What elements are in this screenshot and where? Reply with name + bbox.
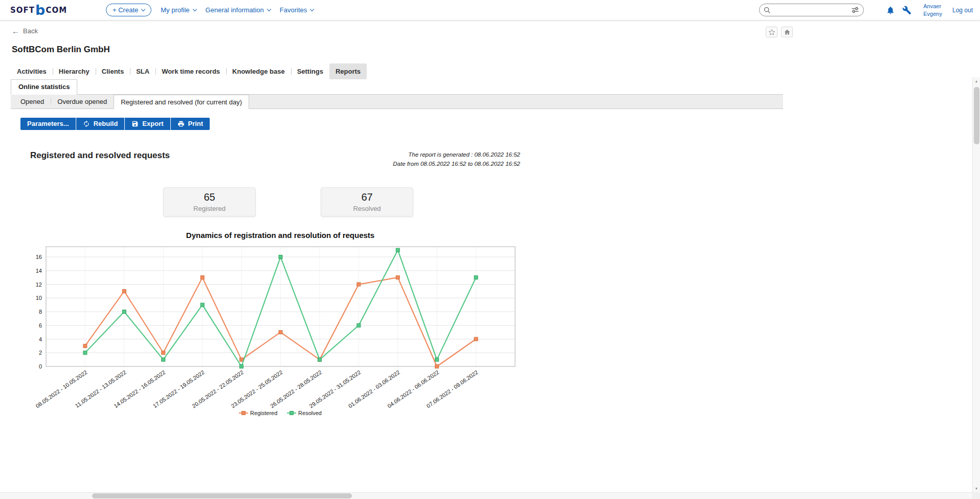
svg-text:Registered: Registered [250,410,277,416]
menu-general-information-label: General information [206,6,264,14]
report-content-box: Opened Overdue opened Registered and res… [11,94,783,440]
admin-tools-button[interactable] [902,6,911,15]
registered-card: 65 Registered [163,187,256,216]
chevron-down-icon [310,7,314,11]
search-input[interactable] [773,6,848,14]
top-menu: + Create My profile General information … [106,4,314,16]
star-icon [768,29,775,36]
tab-online-statistics[interactable]: Online statistics [11,79,77,95]
menu-favorites-label: Favorites [280,6,307,14]
search-box [759,4,864,16]
print-button[interactable]: Print [171,118,210,130]
report-tab-registered-resolved[interactable]: Registered and resolved (for current day… [114,95,249,109]
report-area: Parameters... Rebuild Export Print [11,109,783,440]
registered-count: 65 [164,191,255,203]
report-toolbar: Parameters... Rebuild Export Print [20,118,783,130]
favorite-button[interactable] [766,27,777,37]
tools-icon [902,6,911,15]
horizontal-scrollbar-thumb[interactable] [92,493,352,498]
resolved-count: 67 [321,191,413,203]
chart-section: Dynamics of registration and resolution … [30,231,516,420]
main-tabs: Activities Hierarchy Clients SLA Work ti… [11,63,980,79]
print-label: Print [188,120,204,127]
tab-settings[interactable]: Settings [291,63,329,79]
vertical-scrollbar-thumb[interactable] [974,87,979,144]
resolved-card: 67 Resolved [321,187,413,216]
menu-general-information[interactable]: General information [206,6,271,14]
search-icon [764,7,770,13]
menu-favorites[interactable]: Favorites [280,6,314,14]
scroll-up-arrow[interactable]: ▲ [973,77,980,85]
chart-title: Dynamics of registration and resolution … [30,231,516,240]
breadcrumb: ← Back [12,27,980,37]
report-tab-opened[interactable]: Opened [14,95,51,109]
tab-work-time-records[interactable]: Work time records [155,63,226,79]
parameters-button[interactable]: Parameters... [20,118,76,130]
report-generation-info: The report is generated : 08.06.2022 16:… [393,150,520,169]
chevron-down-icon [267,7,271,11]
report-tabs: Opened Overdue opened Registered and res… [11,95,783,109]
filter-sliders-icon[interactable] [851,7,859,13]
tab-reports[interactable]: Reports [329,63,367,79]
page-quick-actions [766,27,793,37]
logo-text-soft: SOFT [10,6,35,15]
tab-sla[interactable]: SLA [130,63,155,79]
logout-link[interactable]: Log out [952,7,973,14]
svg-text:2: 2 [39,350,42,356]
export-label: Export [142,120,163,127]
tab-knowledge-base[interactable]: Knowledge base [226,63,291,79]
rebuild-label: Rebuild [94,120,118,127]
menu-my-profile[interactable]: My profile [161,6,196,14]
svg-text:14: 14 [36,267,42,273]
svg-text:0: 0 [39,363,42,370]
chevron-down-icon [192,7,196,11]
current-user[interactable]: Anvaer Evgeny [923,3,942,17]
svg-text:12: 12 [36,281,42,287]
report-generated-line: The report is generated : 08.06.2022 16:… [393,150,520,160]
horizontal-scrollbar[interactable] [0,492,972,499]
user-first-name: Anvaer [923,3,942,10]
svg-text:16: 16 [36,254,42,260]
home-icon [784,29,791,36]
report-tab-overdue-opened[interactable]: Overdue opened [51,95,114,109]
scrollbar-corner [972,492,980,499]
section-tab-row: Online statistics [11,79,980,94]
create-button[interactable]: + Create [106,4,151,16]
app-logo[interactable]: SOFT b COM [10,5,106,15]
back-label: Back [23,27,38,35]
back-link[interactable]: ← Back [12,27,38,35]
svg-text:8: 8 [39,309,42,315]
tab-activities[interactable]: Activities [11,63,53,79]
notifications-button[interactable] [886,6,895,15]
report-title: Registered and resolved requests [30,150,170,161]
report-header-row: Registered and resolved requests The rep… [30,150,520,169]
scroll-down-arrow[interactable]: ▼ [973,485,980,492]
svg-text:6: 6 [39,322,42,328]
parameters-label: Parameters... [27,120,69,127]
create-button-label: + Create [113,6,138,14]
printer-icon [177,120,185,127]
rebuild-button[interactable]: Rebuild [76,118,125,130]
refresh-icon [83,120,90,127]
home-button[interactable] [781,27,793,37]
back-arrow-icon: ← [12,27,19,35]
logo-text-b: b [35,5,45,15]
summary-cards: 65 Registered 67 Resolved [163,187,783,216]
requests-line-chart: 024681012141608.05.2022 - 10.05.202211.0… [30,244,516,420]
tab-clients[interactable]: Clients [96,63,130,79]
bell-icon [886,6,895,15]
vertical-scrollbar[interactable]: ▲ ▼ [972,77,980,499]
svg-text:10: 10 [36,295,42,301]
report-period-line: Date from 08.05.2022 16:52 to 08.06.2022… [393,160,520,169]
registered-card-label: Registered [164,205,255,212]
tab-hierarchy[interactable]: Hierarchy [53,63,96,79]
top-bar: SOFT b COM + Create My profile General i… [0,0,980,20]
user-last-name: Evgeny [923,10,942,17]
svg-text:Resolved: Resolved [298,410,322,416]
export-button[interactable]: Export [125,118,170,130]
page-title: SoftBCom Berlin GmbH [12,45,980,55]
logo-text-com: COM [46,6,67,15]
save-icon [131,120,139,127]
svg-text:4: 4 [39,336,42,342]
resolved-card-label: Resolved [321,205,413,212]
